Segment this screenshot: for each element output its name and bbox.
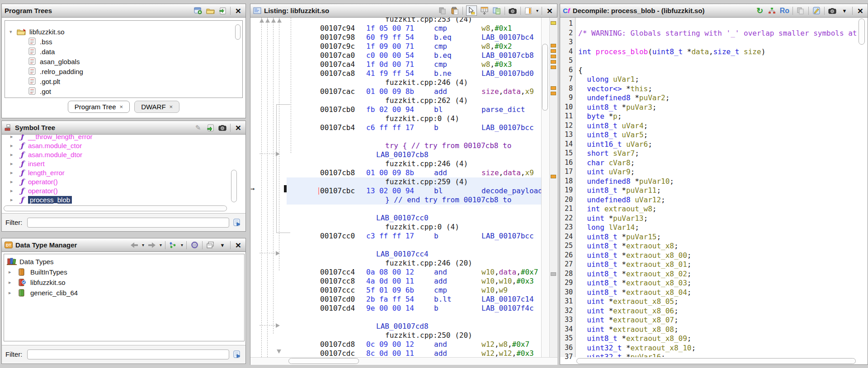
decompiler-line[interactable]: uint8_t *puVar15; (578, 233, 858, 242)
listing-row[interactable] (250, 205, 541, 214)
edit-icon[interactable] (812, 6, 821, 15)
listing-row[interactable]: 00107cd49e 00 00 14bLAB_00107f4c (250, 304, 541, 313)
filter-options-icon[interactable] (233, 219, 242, 227)
back-dropdown-icon[interactable]: ▾ (142, 242, 144, 247)
listing-row[interactable]: 00107cb4c6 ff ff 17bLAB_00107bcc (250, 123, 541, 132)
listing-row[interactable]: 00107cc84a 0d 00 11addw10,w10,#0x3 (250, 277, 541, 286)
vertical-scrollbar-thumb[interactable] (542, 44, 548, 111)
data-type-manager-header[interactable]: DT Data Type Manager ▾ ▾ ▾ ▼ × (2, 238, 245, 252)
chevron-right-icon[interactable]: ▸ (10, 152, 16, 158)
decompiler-line[interactable]: /* WARNING: Globals starting with '_' ov… (578, 29, 858, 38)
decompiler-line[interactable]: int process_blob(uint8_t *data,size_t si… (578, 47, 858, 57)
bookmark-marker[interactable] (551, 55, 556, 58)
listing-row[interactable]: fuzzkit.cpp:246 (4) (250, 159, 541, 168)
symbol-tree-item[interactable]: ▸ƒprocess_blob (10, 195, 72, 204)
bookmark-marker[interactable] (551, 65, 556, 69)
snapshot-icon[interactable] (828, 6, 837, 15)
display-dropdown-icon[interactable]: ▾ (536, 8, 538, 13)
listing-row[interactable]: fuzzkit.cpp:253 (24) (250, 18, 541, 24)
chevron-right-icon[interactable]: ▸ (10, 170, 16, 176)
snapshot-icon[interactable] (508, 6, 517, 15)
copy-icon[interactable] (438, 6, 447, 15)
listing-row[interactable] (250, 313, 541, 322)
chevron-right-icon[interactable]: ▸ (10, 179, 16, 185)
dtm-filter-input[interactable] (27, 349, 230, 359)
symbol-tree-item[interactable]: ▸ƒoperator() (10, 177, 58, 186)
bookmark-marker[interactable] (551, 60, 556, 64)
listing-row[interactable]: 00107cc0c3 ff ff 17bLAB_00107bcc (250, 232, 541, 241)
listing-row[interactable]: LAB_00107cb8 (250, 150, 541, 159)
listing-row[interactable]: 00107cd02b fa ff 54b.ltLAB_00107c14 (250, 295, 541, 304)
symbol-tree-view[interactable]: ▸ƒ__throw_length_error▸ƒasan.module_ctor… (2, 135, 238, 205)
forward-icon[interactable] (147, 241, 156, 250)
decompiler-line[interactable]: vector<> *this; (578, 84, 858, 94)
snapshot-icon[interactable] (218, 123, 227, 132)
listing-header[interactable]: Listing: libfuzzkit.so ▾ × (250, 4, 557, 18)
listing-row[interactable]: 00107cbc13 02 00 94bldecode_payload (250, 186, 541, 196)
display-options-icon[interactable] (524, 6, 533, 15)
symbol-filter-input[interactable] (27, 218, 230, 228)
chevron-right-icon[interactable]: ▸ (10, 135, 16, 140)
import-icon[interactable] (206, 123, 215, 132)
decompiler-line[interactable]: ulong uVar1; (578, 75, 858, 84)
listing-hscrollbar-track[interactable] (250, 357, 557, 365)
listing-row[interactable]: LAB_00107cc4 (250, 250, 541, 259)
decompiler-line[interactable]: uint8_t uVar4; (578, 121, 858, 131)
program-trees-header[interactable]: Program Trees × (2, 4, 245, 18)
filter-options-icon[interactable] (233, 350, 242, 359)
listing-row[interactable]: 00107cdc8c 0d 00 11addw12,w12,#0x3 (250, 349, 541, 357)
decompiler-line[interactable]: uint8_t *extraout_x8_02; (578, 270, 858, 279)
bookmark-marker[interactable] (551, 44, 556, 47)
listing-row[interactable]: 00107cc40a 08 00 12andw10,data,#0x7 (250, 268, 541, 277)
symbol-tree-item[interactable]: ▸ƒinsert (10, 159, 45, 168)
listing-row[interactable]: 00107ca841 f9 ff 54b.neLAB_00107bd0 (250, 69, 541, 78)
listing-row[interactable]: 00107cb801 00 09 8baddsize,data,x9 (250, 168, 541, 177)
listing-row[interactable]: fuzzkit.cpp:0 (4) (250, 114, 541, 123)
tree-item-section[interactable]: .got (28, 87, 51, 96)
close-icon[interactable]: × (234, 241, 243, 250)
vertical-scrollbar-thumb[interactable] (235, 24, 241, 40)
decompiler-line[interactable]: uint8_t *extraout_x8_09; (578, 334, 858, 344)
decompiler-line[interactable]: long lVar14; (578, 223, 858, 233)
tab-close-icon[interactable]: × (120, 103, 123, 110)
decompiler-line[interactable]: uint8_t *extraout_x8_04; (578, 288, 858, 298)
symbol-tree-header[interactable]: Symbol Tree ✎ × (2, 121, 245, 135)
listing-view[interactable]: → fuzzkit.cpp:253 (24)00107c941f 05 00 7… (250, 18, 541, 357)
vertical-scrollbar-thumb[interactable] (231, 170, 237, 202)
decompiler-line[interactable]: uint8_t uVar5; (578, 130, 858, 140)
listing-row[interactable] (250, 241, 541, 250)
listing-row[interactable]: fuzzkit.cpp:259 (4) (250, 177, 541, 186)
tab-close-icon[interactable]: × (170, 103, 173, 110)
decompiler-line[interactable]: uint *puVar13; (578, 214, 858, 224)
decompiler-line[interactable] (578, 38, 858, 47)
decompiler-line[interactable]: uint *extraout_x8_08; (578, 325, 858, 335)
close-icon[interactable]: × (545, 6, 554, 15)
listing-row[interactable]: try { // try from 00107cb8 to (250, 141, 541, 150)
decompiler-line[interactable]: uint8_t *extraout_x8_03; (578, 279, 858, 288)
vertical-scrollbar-thumb[interactable] (859, 19, 865, 45)
listing-row[interactable]: fuzzkit.cpp:250 (20) (250, 331, 541, 340)
close-icon[interactable]: × (234, 6, 243, 15)
tree-item-section[interactable]: .data (28, 47, 55, 56)
decompiler-line[interactable]: int extraout_w8; (578, 205, 858, 214)
window-icon[interactable] (206, 241, 215, 250)
listing-row[interactable]: 00107cd80c 09 00 12andw12,w8,#0x7 (250, 340, 541, 349)
bookmark-marker[interactable] (551, 175, 556, 178)
listing-row[interactable]: fuzzkit.cpp:262 (4) (250, 96, 541, 105)
menu-icon[interactable]: ▼ (840, 6, 849, 15)
bookmark-marker[interactable] (551, 86, 556, 90)
decompiler-line[interactable]: uint *extraout_x8_06; (578, 307, 858, 316)
tree-item-section[interactable]: .relro_padding (28, 67, 83, 76)
decompiler-line[interactable]: undefined8 uVar12; (578, 196, 858, 205)
tree-item-section[interactable]: .bss (28, 37, 52, 46)
tree-item-section[interactable]: .got.plt (28, 77, 60, 86)
refresh-icon[interactable]: ↻ (755, 6, 764, 15)
copy-icon[interactable] (796, 6, 805, 15)
edit-icon[interactable]: ✎ (193, 123, 203, 132)
decompiler-line[interactable]: uint *extraout_x8_07; (578, 316, 858, 325)
decompiler-line[interactable]: uint32_t *puVar16; (578, 353, 858, 357)
decompiler-line[interactable]: byte *p; (578, 112, 858, 121)
decompiler-line[interactable] (578, 56, 858, 66)
edit-fields-icon[interactable] (480, 6, 489, 15)
listing-row[interactable]: 00107c941f 05 00 71cmpw8,#0x1 (250, 24, 541, 33)
